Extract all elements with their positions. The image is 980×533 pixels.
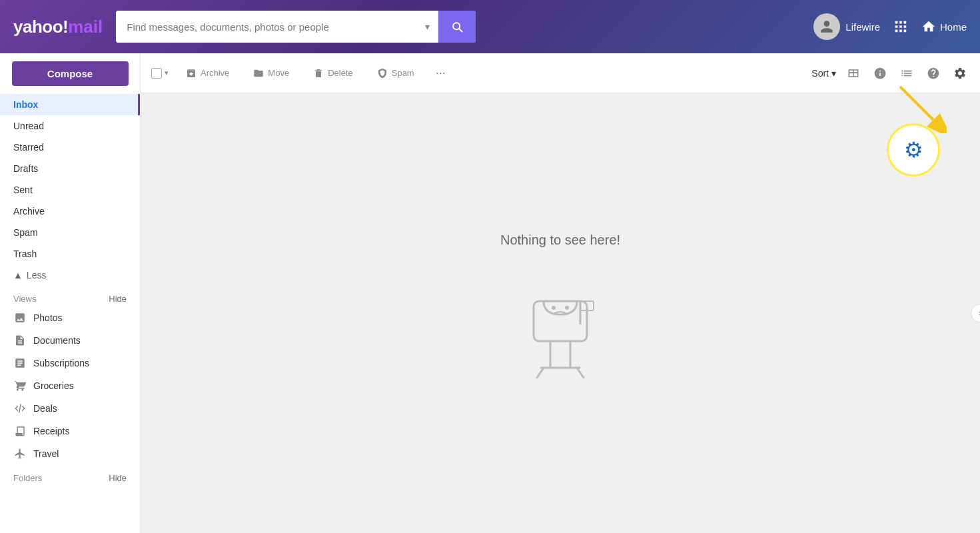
more-options-button[interactable]: ··· — [432, 62, 450, 84]
deals-label: Deals — [33, 403, 57, 414]
empty-message: Nothing to see here! — [500, 233, 620, 248]
receipts-icon — [13, 424, 27, 438]
delete-label: Delete — [328, 68, 353, 78]
apps-icon[interactable] — [893, 19, 908, 34]
subscriptions-icon — [13, 356, 27, 370]
sort-label: Sort — [811, 68, 829, 79]
svg-rect-5 — [904, 25, 907, 28]
sidebar-item-documents[interactable]: Documents — [0, 329, 140, 352]
folders-label: Folders — [13, 473, 42, 483]
mailbox-illustration — [507, 261, 614, 394]
list-icon — [900, 67, 913, 80]
spam-label: Spam — [392, 68, 414, 78]
unread-label: Unread — [13, 121, 44, 131]
archive-label: Archive — [13, 206, 45, 217]
user-info[interactable]: Lifewire — [813, 13, 880, 40]
settings-button[interactable] — [951, 64, 969, 83]
sidebar: Compose Inbox Unread Starred Drafts Sent… — [0, 53, 141, 533]
sidebar-item-travel[interactable]: Travel — [0, 442, 140, 465]
home-button[interactable]: Home — [921, 19, 967, 34]
photos-icon — [13, 311, 27, 324]
layout-split-button[interactable] — [844, 64, 863, 83]
move-icon — [253, 68, 264, 79]
photos-label: Photos — [33, 312, 63, 323]
header-right: Lifewire Home — [813, 13, 967, 40]
filter-button[interactable] — [871, 64, 889, 83]
sidebar-item-photos[interactable]: Photos — [0, 306, 140, 329]
sidebar-item-drafts[interactable]: Drafts — [0, 158, 140, 179]
sidebar-item-trash[interactable]: Trash — [0, 243, 140, 265]
content-wrapper: ▾ Archive Move — [141, 53, 980, 533]
sort-button[interactable]: Sort ▾ — [811, 68, 836, 79]
groceries-icon — [13, 379, 27, 392]
search-icon — [450, 20, 464, 33]
logo-mail: mail — [68, 17, 103, 37]
spam-button[interactable]: Spam — [370, 64, 421, 83]
views-section-header: Views Hide — [0, 286, 140, 306]
views-hide-button[interactable]: Hide — [109, 294, 127, 304]
folders-section-header: Folders Hide — [0, 465, 140, 486]
sent-label: Sent — [13, 185, 33, 195]
sidebar-item-archive[interactable]: Archive — [0, 201, 140, 222]
sidebar-item-subscriptions[interactable]: Subscriptions — [0, 352, 140, 374]
sidebar-item-sent[interactable]: Sent — [0, 179, 140, 201]
less-button[interactable]: ▲ Less — [0, 265, 140, 286]
email-list: Nothing to see here! — [141, 93, 980, 533]
svg-rect-4 — [899, 25, 902, 28]
checkbox-chevron-icon[interactable]: ▾ — [165, 69, 169, 77]
spam-icon — [377, 68, 388, 79]
move-label: Move — [268, 68, 289, 78]
user-name: Lifewire — [845, 21, 880, 33]
svg-rect-2 — [904, 21, 907, 24]
home-icon — [921, 19, 936, 34]
svg-rect-1 — [899, 21, 902, 24]
search-bar: ▾ — [116, 11, 476, 43]
sidebar-item-inbox[interactable]: Inbox — [0, 94, 140, 115]
sidebar-item-unread[interactable]: Unread — [0, 115, 140, 137]
archive-button[interactable]: Archive — [179, 64, 236, 83]
groceries-label: Groceries — [33, 380, 74, 391]
folders-hide-button[interactable]: Hide — [109, 473, 127, 483]
logo: yahoo! mail — [13, 17, 103, 37]
gear-highlight-icon: ⚙ — [904, 137, 923, 163]
svg-point-18 — [565, 306, 569, 310]
delete-button[interactable]: Delete — [306, 64, 360, 83]
layout-split-icon — [847, 67, 860, 80]
search-input[interactable] — [116, 11, 417, 43]
search-button[interactable] — [438, 11, 476, 43]
svg-rect-8 — [904, 30, 907, 33]
select-all-checkbox[interactable] — [151, 68, 162, 79]
home-label: Home — [940, 21, 967, 33]
header: yahoo! mail ▾ Lifewire — [0, 0, 980, 53]
empty-mailbox-svg — [507, 261, 614, 394]
receipts-label: Receipts — [33, 426, 69, 436]
archive-label: Archive — [201, 68, 229, 78]
compose-button[interactable]: Compose — [12, 61, 129, 86]
sidebar-item-starred[interactable]: Starred — [0, 137, 140, 158]
views-label: Views — [13, 294, 36, 304]
svg-rect-6 — [895, 30, 898, 33]
sidebar-item-deals[interactable]: Deals — [0, 397, 140, 420]
documents-label: Documents — [33, 335, 81, 346]
sidebar-item-groceries[interactable]: Groceries — [0, 374, 140, 397]
spam-label: Spam — [13, 227, 38, 238]
svg-rect-3 — [895, 25, 898, 28]
delete-icon — [313, 68, 324, 79]
sidebar-item-receipts[interactable]: Receipts — [0, 420, 140, 442]
svg-rect-7 — [899, 30, 902, 33]
search-chevron-icon[interactable]: ▾ — [417, 11, 438, 43]
travel-label: Travel — [33, 448, 59, 459]
settings-icon — [953, 67, 967, 80]
svg-line-20 — [900, 87, 933, 120]
logo-yahoo: yahoo! — [13, 17, 68, 37]
move-button[interactable]: Move — [246, 64, 296, 83]
avatar — [813, 13, 840, 40]
svg-rect-9 — [534, 301, 587, 341]
svg-point-17 — [552, 306, 556, 310]
checkbox-area: ▾ — [151, 68, 169, 79]
less-label: Less — [27, 270, 47, 280]
documents-icon — [13, 334, 27, 347]
sidebar-item-spam[interactable]: Spam — [0, 222, 140, 243]
inbox-label: Inbox — [13, 99, 38, 110]
filter-icon — [873, 67, 887, 80]
